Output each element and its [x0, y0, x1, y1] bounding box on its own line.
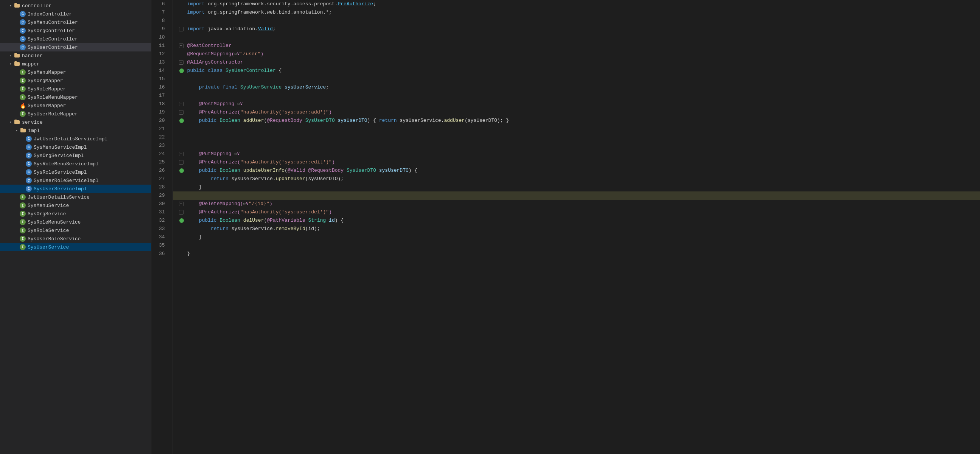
sidebar-item-label: SysOrgServiceImpl [34, 153, 84, 159]
line-num-25: 25 [159, 158, 168, 167]
fold-marker[interactable]: − [179, 160, 183, 165]
sidebar-item-label: SysOrgMapper [28, 78, 63, 84]
folder-icon [14, 119, 21, 125]
code-token [187, 100, 199, 108]
code-token: Boolean [220, 116, 243, 125]
line-num-13: 13 [159, 58, 168, 67]
class-badge: C [26, 178, 32, 184]
gutter-14 [176, 67, 187, 75]
sidebar-item-sysmenu-service[interactable]: I SysMenuService [0, 201, 151, 210]
code-token: ( [264, 116, 267, 125]
fold-marker[interactable]: − [179, 43, 183, 48]
code-token [187, 158, 199, 167]
code-token [187, 83, 199, 92]
sidebar-item-sysuser-impl[interactable]: C SysUserServiceImpl [0, 185, 151, 193]
sidebar-item-sysorg-impl[interactable]: C SysOrgServiceImpl [0, 151, 151, 160]
sidebar-item-sysrolemenu-mapper[interactable]: I SysRoleMenuMapper [0, 93, 151, 102]
sidebar-item-index-controller[interactable]: C IndexController [0, 10, 151, 18]
sidebar-item-sysuserrole-impl[interactable]: C SysUserRoleServiceImpl [0, 176, 151, 185]
code-line-15 [173, 75, 980, 83]
gutter-20 [176, 116, 187, 125]
sidebar-item-service[interactable]: service [0, 118, 151, 126]
fold-marker[interactable]: − [179, 202, 183, 206]
sidebar-item-sysuserrole-mapper[interactable]: I SysUserRoleMapper [0, 110, 151, 118]
fold-marker[interactable]: − [179, 60, 183, 65]
sidebar-item-controller[interactable]: controller [0, 2, 151, 10]
code-line-29 [173, 191, 980, 200]
code-token: removeById [276, 225, 305, 233]
sidebar-item-label: SysMenuServiceImpl [34, 144, 87, 150]
sidebar-item-sysmenu-mapper[interactable]: I SysMenuMapper [0, 68, 151, 76]
code-token: { [278, 67, 282, 75]
sidebar-item-label: SysRoleMapper [28, 86, 66, 92]
sidebar-item-jwt-impl[interactable]: C JwtUserDetailsServiceImpl [0, 135, 151, 143]
code-token: ) [261, 50, 264, 58]
code-token: public [187, 67, 208, 75]
sidebar-item-label: SysUserServiceImpl [34, 186, 87, 192]
interface-badge: I [20, 219, 26, 225]
sidebar-item-label: SysUserController [28, 44, 78, 50]
sidebar-item-sysrole-controller[interactable]: C SysRoleController [0, 35, 151, 43]
sidebar-item-sysrole-mapper[interactable]: I SysRoleMapper [0, 85, 151, 93]
code-token: (sysUserDTO); } [465, 116, 509, 125]
fold-marker[interactable]: − [179, 102, 183, 106]
code-token [187, 208, 199, 216]
line-num-36: 36 [159, 250, 168, 258]
code-line-33: return sysUserService.removeById(id); [173, 225, 980, 233]
code-token: SysUserDTO [305, 116, 338, 125]
sidebar-item-sysuser-mapper[interactable]: 🔥 SysUserMapper [0, 102, 151, 110]
fold-marker[interactable]: − [179, 27, 183, 32]
sidebar-item-jwt-service[interactable]: I JwtUserDetailsService [0, 193, 151, 201]
code-token: @RequestBody [309, 167, 347, 175]
sidebar-item-impl[interactable]: impl [0, 126, 151, 135]
code-line-30: − @DeleteMapping(⊙∨"/{id}") [173, 200, 980, 208]
sidebar-item-sysrolemenu-impl[interactable]: C SysRoleMenuServiceImpl [0, 160, 151, 168]
code-token [187, 167, 199, 175]
code-line-13: − @AllArgsConstructor [173, 58, 980, 67]
fold-marker[interactable]: − [179, 110, 183, 114]
code-token [187, 75, 190, 83]
sidebar-item-sysorg-mapper[interactable]: I SysOrgMapper [0, 76, 151, 85]
fold-marker[interactable]: − [179, 210, 183, 214]
sidebar-item-sysorg-controller[interactable]: C SysOrgController [0, 27, 151, 35]
sidebar-item-label: SysRoleServiceImpl [34, 170, 87, 175]
code-token[interactable]: PreAuthorize [337, 0, 373, 8]
code-line-35 [173, 241, 980, 250]
line-num-32: 32 [159, 216, 168, 225]
sidebar-item-sysuser-controller[interactable]: C SysUserController [0, 43, 151, 51]
code-token: ∨ [240, 100, 243, 108]
sidebar-item-sysorg-service[interactable]: I SysOrgService [0, 210, 151, 218]
sidebar-item-sysuser-service[interactable]: I SysUserService [0, 243, 151, 251]
line-num-23: 23 [159, 141, 168, 150]
sidebar-item-sysmenu-controller[interactable]: C SysMenuController [0, 18, 151, 27]
gutter-11: − [176, 41, 187, 50]
code-token: ( [285, 167, 288, 175]
code-token [187, 191, 190, 200]
gutter-17 [176, 92, 187, 100]
line-num-35: 35 [159, 241, 168, 250]
gutter-31: − [176, 208, 187, 216]
code-token: @RestController [187, 41, 232, 50]
code-token [187, 125, 190, 133]
fold-marker[interactable]: − [179, 152, 183, 156]
globe-icon: ⊙ [237, 100, 240, 108]
code-token[interactable]: Valid [258, 25, 273, 33]
folder-icon [14, 53, 21, 58]
sidebar-item-sysrolemenu-service[interactable]: I SysRoleMenuService [0, 218, 151, 226]
sidebar-item-mapper[interactable]: mapper [0, 60, 151, 68]
code-token: ∨ [237, 150, 240, 158]
code-token: ) { [368, 116, 379, 125]
line-num-11: 11 [159, 41, 168, 50]
code-token: @PostMapping [199, 100, 237, 108]
line-num-20: 20 [159, 116, 168, 125]
code-token: Boolean [220, 216, 243, 225]
sidebar-item-sysrole-service[interactable]: I SysRoleService [0, 226, 151, 235]
sidebar-item-sysrole-impl[interactable]: C SysRoleServiceImpl [0, 168, 151, 176]
sidebar-item-sysmenu-impl[interactable]: C SysMenuServiceImpl [0, 143, 151, 151]
class-badge: C [26, 144, 32, 150]
code-token [187, 241, 190, 250]
sidebar-item-sysuserrole-service[interactable]: I SysUserRoleService [0, 235, 151, 243]
sidebar-item-handler[interactable]: handler [0, 51, 151, 60]
code-token: sysUserService [285, 83, 326, 92]
code-token: SysUserDTO [347, 167, 379, 175]
